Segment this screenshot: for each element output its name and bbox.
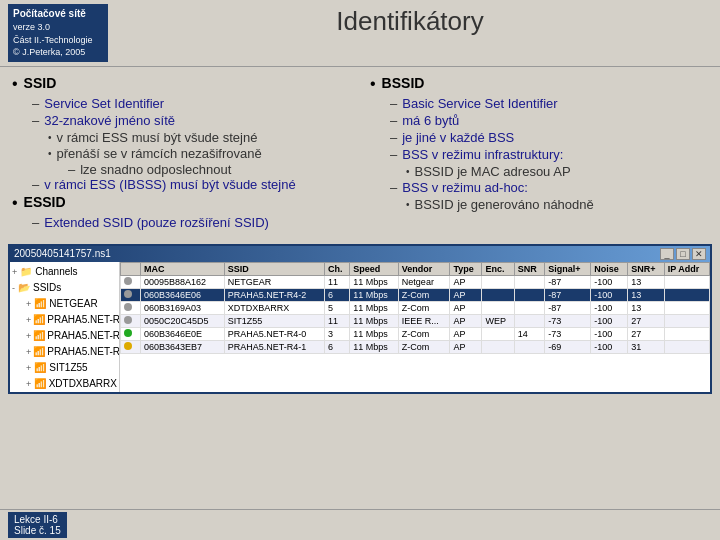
col-mac[interactable]: MAC [140,262,224,275]
cell-ch: 3 [325,327,350,340]
ssid-sub1-text: Service Set Identifier [44,96,164,111]
cell-noise: -100 [591,301,628,314]
table-row[interactable]: 060B3643EB7 PRAHA5.NET-R4-1 6 11 Mbps Z-… [121,340,710,353]
ssid-sub2-text: 32-znakové jméno sítě [44,113,175,128]
slide-number: Slide č. 15 [14,525,61,536]
close-button[interactable]: ✕ [692,248,706,260]
bssid-sub1: – Basic Service Set Identifier [390,96,708,111]
bssid-sub4a: • BSSID je MAC adresou AP [406,164,708,179]
network-icon: 📶 [33,345,45,359]
logo-box: Počítačové sítě verze 3.0 Část II.-Techn… [8,4,108,62]
expand-icon: - [12,283,15,293]
col-vendor[interactable]: Vendor [398,262,450,275]
table-row[interactable]: 0050C20C45D5 SIT1Z55 11 11 Mbps IEEE R..… [121,314,710,327]
cell-dot [121,275,141,288]
maximize-button[interactable]: □ [676,248,690,260]
table-row[interactable]: 060B3169A03 XDTDXBARRX 5 11 Mbps Z-Com A… [121,301,710,314]
bssid-sub1-text: Basic Service Set Identifier [402,96,557,111]
expand-icon: + [26,331,31,341]
cell-vendor: Z-Com [398,327,450,340]
ssid-sub2b1-text: lze snadno odposlechnout [80,162,231,177]
tree-channels[interactable]: + 📁 Channels [12,264,117,280]
cell-type: AP [450,340,482,353]
table-row[interactable]: 060B3646E0E PRAHA5.NET-R4-0 3 11 Mbps Z-… [121,327,710,340]
ssid-sub2-list: • v rámci ESS musí být všude stejné • př… [48,130,350,177]
tree-prahan4-2[interactable]: + 📶 PRAHA5.NET-R4-2 [12,344,117,360]
col-snr[interactable]: SNR [514,262,544,275]
cell-ssid: PRAHA5.NET-R4-1 [224,340,324,353]
tree-prahan4-1[interactable]: + 📶 PRAHA5.NET-R4-1 [12,328,117,344]
logo-version: verze 3.0 [13,21,103,34]
cell-mac: 060B3646E0E [140,327,224,340]
bssid-label: BSSID [382,75,425,91]
tree-item-label: SSIDs [33,282,61,293]
folder-icon: 📁 [19,265,33,279]
bssid-sub5-text: BSS v režimu ad-hoc: [402,180,528,195]
cell-enc [482,327,514,340]
cell-speed: 11 Mbps [350,327,399,340]
tree-prahan4-0[interactable]: + 📶 PRAHA5.NET-R4-0 [12,312,117,328]
window-content: + 📁 Channels - 📂 SSIDs + 📶 NETGEAR + 📶 P… [10,262,710,392]
ssid-sublist: – Service Set Identifier – 32-znakové jm… [32,96,350,192]
table-body: 00095B88A162 NETGEAR 11 11 Mbps Netgear … [121,275,710,353]
tree-netgear[interactable]: + 📶 NETGEAR [12,296,117,312]
col-ssid[interactable]: SSID [224,262,324,275]
cell-enc [482,288,514,301]
cell-ch: 5 [325,301,350,314]
cell-speed: 11 Mbps [350,301,399,314]
ssid-sub2: – 32-znakové jméno sítě [32,113,350,128]
table-row[interactable]: 00095B88A162 NETGEAR 11 11 Mbps Netgear … [121,275,710,288]
ssid-sub2b-text: přenáší se v rámcích nezašifrovaně [57,146,262,161]
data-table: MAC SSID Ch. Speed Vendor Type Enc. SNR … [120,262,710,354]
tree-item-label: PRAHA5.NET-R4-2 [47,346,120,357]
cell-snr [514,275,544,288]
cell-snr [514,301,544,314]
col-type[interactable]: Type [450,262,482,275]
cell-signal: -87 [545,301,591,314]
right-column: • BSSID – Basic Service Set Identifier –… [370,75,708,232]
cell-signal: -73 [545,327,591,340]
cell-ssid: PRAHA5.NET-R4-2 [224,288,324,301]
bssid-sub5: – BSS v režimu ad-hoc: [390,180,708,195]
tree-sit1z55[interactable]: + 📶 SIT1Z55 [12,360,117,376]
cell-vendor: Z-Com [398,301,450,314]
slide-info: Lekce II-6 Slide č. 15 [8,512,67,538]
cell-noise: -100 [591,314,628,327]
cell-ssid: NETGEAR [224,275,324,288]
slide-lecture: Lekce II-6 [14,514,61,525]
col-snrp[interactable]: SNR+ [628,262,665,275]
col-ip[interactable]: IP Addr [664,262,709,275]
col-dot [121,262,141,275]
tree-item-label: NETGEAR [49,298,97,309]
ssid-sub2b: • přenáší se v rámcích nezašifrovaně [48,146,350,161]
tree-xdtdx[interactable]: + 📶 XDTDXBARRX [12,376,117,392]
tree-item-label: XDTDXBARRX [49,378,117,389]
bssid-sublist: – Basic Service Set Identifier – má 6 by… [390,96,708,212]
tree-ssids[interactable]: - 📂 SSIDs [12,280,117,296]
cell-ip [664,327,709,340]
cell-dot [121,314,141,327]
col-enc[interactable]: Enc. [482,262,514,275]
table-row[interactable]: 060B3646E06 PRAHA5.NET-R4-2 6 11 Mbps Z-… [121,288,710,301]
cell-speed: 11 Mbps [350,314,399,327]
cell-noise: -100 [591,275,628,288]
bssid-sub5a: • BSSID je generováno náhodně [406,197,708,212]
cell-ip [664,275,709,288]
cell-noise: -100 [591,327,628,340]
bssid-sub5-list: • BSSID je generováno náhodně [406,197,708,212]
tree-item-label: PRAHA5.NET-R4-0 [47,314,120,325]
cell-snr [514,340,544,353]
col-ch[interactable]: Ch. [325,262,350,275]
cell-ch: 6 [325,288,350,301]
col-speed[interactable]: Speed [350,262,399,275]
cell-snrp: 13 [628,301,665,314]
col-noise[interactable]: Noise [591,262,628,275]
cell-vendor: Netgear [398,275,450,288]
cell-enc [482,275,514,288]
col-signal[interactable]: Signal+ [545,262,591,275]
minimize-button[interactable]: _ [660,248,674,260]
table-header-row: MAC SSID Ch. Speed Vendor Type Enc. SNR … [121,262,710,275]
cell-noise: -100 [591,340,628,353]
bssid-sub3: – je jiné v každé BSS [390,130,708,145]
main-panel: MAC SSID Ch. Speed Vendor Type Enc. SNR … [120,262,710,392]
